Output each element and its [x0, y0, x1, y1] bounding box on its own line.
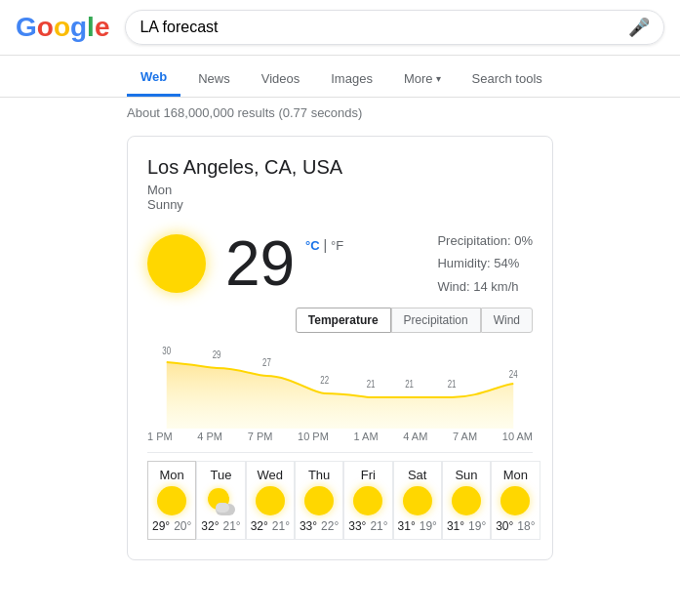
time-7am: 7 AM	[453, 431, 477, 442]
mon-sun-icon	[157, 486, 186, 515]
nav-item-web[interactable]: Web	[127, 60, 180, 97]
day-name-sun: Sun	[455, 468, 477, 482]
forecast-sun[interactable]: Sun 31° 19°	[442, 461, 491, 540]
tue-low: 21°	[222, 519, 240, 533]
tab-wind[interactable]: Wind	[481, 308, 533, 333]
svg-text:21: 21	[367, 379, 376, 390]
day-name-mon2: Mon	[503, 468, 528, 482]
wind-label: Wind: 14 km/h	[437, 275, 533, 298]
tue-high: 32°	[201, 519, 219, 533]
sat-sun-icon	[403, 486, 432, 515]
logo-o2: o	[54, 12, 70, 42]
search-bar[interactable]: 🎤	[125, 10, 664, 45]
nav-item-news[interactable]: News	[184, 62, 244, 96]
results-info: About 168,000,000 results (0.77 seconds)	[0, 98, 680, 128]
microphone-icon[interactable]: 🎤	[628, 17, 650, 38]
forecast-fri[interactable]: Fri 33° 21°	[343, 461, 392, 540]
svg-text:29: 29	[213, 349, 221, 360]
weather-details: Precipitation: 0% Humidity: 54% Wind: 14…	[437, 229, 533, 298]
time-labels: 1 PM 4 PM 7 PM 10 PM 1 AM 4 AM 7 AM 10 A…	[147, 429, 533, 444]
thu-sun-icon	[304, 486, 334, 515]
condition-label: Sunny	[147, 197, 533, 212]
temperature-chart: 30 29 27 22 21 21 21 24	[147, 341, 533, 429]
forecast-mon-selected[interactable]: Mon 29° 20°	[147, 461, 196, 540]
nav-item-images[interactable]: Images	[317, 62, 386, 96]
mon-high: 29°	[152, 519, 170, 533]
tab-precipitation[interactable]: Precipitation	[391, 308, 481, 333]
forecast-mon2[interactable]: Mon 30° 18°	[491, 461, 540, 540]
thu-low: 22°	[321, 519, 339, 533]
sat-low: 19°	[420, 519, 437, 533]
day-name-thu: Thu	[308, 468, 330, 482]
sat-temps: 31° 19°	[398, 519, 437, 533]
sunny-icon	[147, 234, 206, 293]
mon2-high: 30°	[496, 519, 513, 533]
day-name-wed: Wed	[258, 468, 284, 482]
unit-sep: |	[320, 237, 331, 253]
logo-e: e	[95, 12, 110, 42]
fri-low: 21°	[370, 519, 387, 533]
precipitation-label: Precipitation: 0%	[437, 229, 533, 252]
search-input[interactable]	[140, 19, 628, 36]
fri-high: 33°	[348, 519, 366, 533]
search-nav: Web News Videos Images More ▾ Search too…	[0, 56, 680, 98]
time-4pm: 4 PM	[197, 431, 222, 442]
thu-high: 33°	[300, 519, 317, 533]
chart-tabs: Temperature Precipitation Wind	[147, 308, 533, 333]
nav-item-search-tools[interactable]: Search tools	[459, 62, 556, 96]
logo-g2: g	[70, 12, 87, 42]
location-title: Los Angeles, CA, USA	[147, 156, 533, 179]
chevron-down-icon: ▾	[436, 73, 441, 84]
wed-temps: 32° 21°	[251, 519, 290, 533]
mon-temps: 29° 20°	[152, 519, 191, 533]
celsius-unit[interactable]: °C	[305, 238, 320, 253]
tue-icon	[206, 486, 235, 515]
sun-sun-icon	[452, 486, 481, 515]
svg-text:30: 30	[162, 346, 171, 356]
humidity-label: Humidity: 54%	[437, 252, 533, 274]
svg-text:24: 24	[509, 369, 518, 380]
day-name-fri: Fri	[361, 468, 376, 482]
chart-svg: 30 29 27 22 21 21 21 24	[147, 341, 533, 429]
sun-temps: 31° 19°	[447, 519, 486, 533]
forecast-wed[interactable]: Wed 32° 21°	[246, 461, 295, 540]
time-10am: 10 AM	[502, 431, 533, 442]
day-name-tue: Tue	[211, 468, 232, 482]
time-1pm: 1 PM	[147, 431, 173, 442]
mon2-sun-icon	[500, 486, 530, 515]
nav-item-videos[interactable]: Videos	[248, 62, 314, 96]
forecast-sat[interactable]: Sat 31° 19°	[393, 461, 442, 540]
wed-high: 32°	[251, 519, 268, 533]
forecast-tue[interactable]: Tue 32° 21°	[196, 461, 245, 540]
time-10pm: 10 PM	[298, 431, 329, 442]
fri-sun-icon	[353, 486, 382, 515]
tue-temps: 32° 21°	[201, 519, 240, 533]
forecast-thu[interactable]: Thu 33° 22°	[295, 461, 343, 540]
svg-text:21: 21	[448, 379, 457, 390]
mon-low: 20°	[174, 519, 191, 533]
svg-text:27: 27	[262, 357, 271, 368]
mon2-temps: 30° 18°	[496, 519, 535, 533]
sun-high: 31°	[447, 519, 464, 533]
temp-unit: °C | °F	[305, 237, 343, 253]
sun-low: 19°	[468, 519, 486, 533]
logo-l: l	[87, 12, 95, 42]
day-label: Mon	[147, 183, 533, 197]
temperature-section: 29 °C | °F Precipitation: 0% Humidity: 5…	[147, 227, 533, 300]
temperature-value: 29	[225, 228, 295, 299]
fahrenheit-unit[interactable]: °F	[331, 238, 343, 253]
google-logo: Google	[16, 12, 109, 43]
thu-temps: 33° 22°	[300, 519, 339, 533]
day-name-sat: Sat	[408, 468, 427, 482]
logo-o1: o	[37, 12, 54, 42]
time-1am: 1 AM	[354, 431, 379, 442]
fri-temps: 33° 21°	[348, 519, 387, 533]
tab-temperature[interactable]: Temperature	[296, 308, 391, 333]
wed-sun-icon	[256, 486, 285, 515]
svg-text:22: 22	[320, 375, 329, 386]
temp-wrapper: 29 °C | °F	[225, 227, 295, 300]
time-7pm: 7 PM	[248, 431, 273, 442]
nav-item-more[interactable]: More ▾	[390, 62, 455, 96]
day-name-mon: Mon	[160, 468, 184, 482]
svg-text:21: 21	[405, 379, 414, 390]
